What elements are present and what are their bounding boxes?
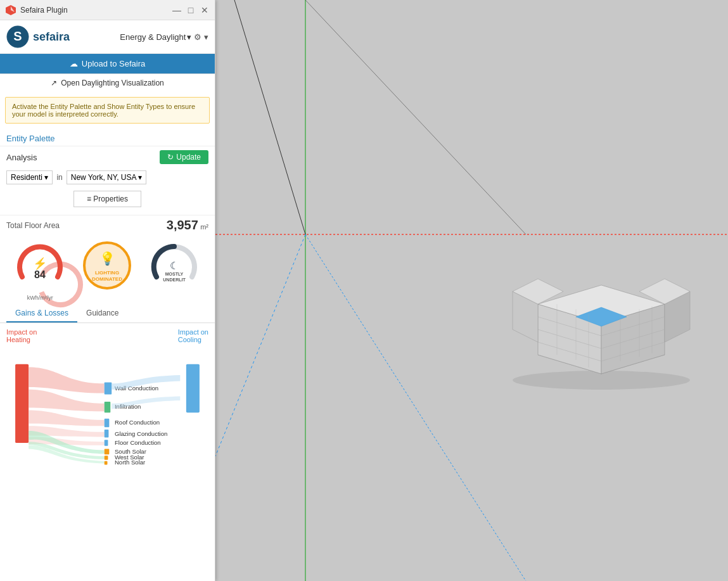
building-3d	[500, 241, 703, 393]
update-button[interactable]: ↻ Update	[160, 150, 208, 164]
gear-icon: ⚙	[194, 32, 201, 42]
analysis-header: Analysis ↻ Update	[6, 150, 208, 164]
sankey-diagram: Wall Conduction Infiltration Roof Conduc…	[6, 346, 208, 485]
header-right: Energy & Daylight ▾ ⚙ ▾	[120, 32, 208, 42]
title-bar-left: Sefaira Plugin	[5, 4, 68, 16]
svg-rect-17	[105, 402, 111, 412]
upload-cloud-icon: ☁	[70, 59, 78, 68]
settings-arrow-icon: ▾	[204, 32, 208, 42]
upload-button[interactable]: ☁ Upload to Sefaira	[0, 54, 215, 73]
floor-area-unit: m²	[200, 223, 208, 231]
daylight-gauge: ☾ MOSTLY UNDERLIT	[148, 239, 201, 293]
energy-gauge-container: ⚡ 84 kWh/m²/yr	[13, 239, 67, 301]
sefaira-logo: S sefaira	[6, 25, 70, 48]
tab-guidance[interactable]: Guidance	[77, 305, 127, 322]
logo-text: sefaira	[33, 30, 70, 44]
mode-arrow-icon: ▾	[187, 32, 191, 42]
svg-line-33	[215, 234, 305, 456]
svg-text:LIGHTING: LIGHTING	[95, 270, 119, 276]
floor-area-value: 3,957	[167, 218, 198, 232]
building-type-value: Residenti	[11, 173, 42, 182]
entity-palette-section: Entity Palette	[0, 129, 215, 146]
settings-button[interactable]: ⚙ ▾	[194, 32, 208, 42]
svg-text:84: 84	[34, 269, 46, 280]
external-link-icon: ↗	[51, 79, 57, 87]
svg-text:UNDERLIT: UNDERLIT	[163, 278, 186, 282]
svg-rect-31	[186, 364, 200, 413]
daylight-button[interactable]: ↗ Open Daylighting Visualization	[0, 73, 215, 92]
location-value: New York, NY, USA	[71, 173, 136, 182]
window-title: Sefaira Plugin	[20, 6, 68, 15]
close-button[interactable]: ✕	[200, 5, 210, 15]
svg-text:DOMINATED: DOMINATED	[92, 276, 122, 282]
impact-row: Impact onHeating Impact onCooling	[6, 328, 208, 343]
tab-gains-losses[interactable]: Gains & Losses	[6, 305, 77, 322]
mode-select-button[interactable]: Energy & Daylight ▾	[120, 32, 191, 42]
floor-area-row: Total Floor Area 3,957 m²	[0, 215, 215, 235]
svg-line-37	[305, 0, 526, 234]
svg-text:Glazing Conduction: Glazing Conduction	[115, 430, 167, 437]
sankey-svg: Wall Conduction Infiltration Roof Conduc…	[6, 346, 208, 485]
svg-text:💡: 💡	[99, 251, 115, 266]
sefaira-title-icon	[5, 4, 16, 16]
svg-line-36	[305, 234, 526, 581]
properties-label: ≡ Properties	[87, 195, 128, 203]
tab-guidance-label: Guidance	[86, 309, 118, 317]
left-panel: Sefaira Plugin — □ ✕ S sefaira Energy & …	[0, 0, 215, 581]
analysis-section: Analysis ↻ Update Residenti ▾ in New Yor…	[0, 146, 215, 215]
gauges-row: ⚡ 84 kWh/m²/yr 💡 LIGHTING DOMINATED	[0, 235, 215, 305]
canvas-area	[215, 0, 728, 581]
refresh-icon: ↻	[167, 153, 174, 162]
upload-label: Upload to Sefaira	[82, 59, 145, 68]
location-select[interactable]: New York, NY, USA ▾	[67, 170, 147, 184]
svg-text:MOSTLY: MOSTLY	[165, 272, 184, 276]
svg-rect-25	[105, 449, 110, 455]
svg-text:North Solar: North Solar	[115, 459, 146, 466]
impact-cooling-label: Impact onCooling	[178, 328, 208, 343]
daylight-gauge-container: ☾ MOSTLY UNDERLIT	[148, 239, 201, 301]
svg-rect-14	[15, 364, 29, 443]
floor-area-label: Total Floor Area	[6, 221, 60, 230]
building-type-select[interactable]: Residenti ▾	[6, 170, 53, 184]
properties-button[interactable]: ≡ Properties	[73, 191, 141, 207]
minimize-button[interactable]: —	[172, 5, 182, 15]
svg-rect-27	[105, 456, 108, 460]
maximize-button[interactable]: □	[186, 5, 196, 15]
location-arrow-icon: ▾	[138, 173, 142, 182]
svg-text:S: S	[13, 29, 22, 43]
title-bar-controls: — □ ✕	[172, 5, 210, 15]
svg-rect-29	[105, 461, 108, 465]
sefaira-logo-icon: S	[6, 25, 29, 48]
warning-text: Activate the Entity Palette and Show Ent…	[12, 103, 195, 118]
mode-label: Energy & Daylight	[120, 32, 186, 42]
svg-text:☾: ☾	[170, 260, 179, 271]
floor-area-display: 3,957 m²	[167, 218, 208, 233]
building-type-arrow-icon: ▾	[44, 173, 48, 182]
svg-rect-23	[105, 440, 108, 446]
svg-rect-21	[105, 430, 109, 437]
svg-rect-19	[105, 419, 110, 427]
daylight-label: Open Daylighting Visualization	[61, 79, 164, 87]
tabs-row: Gains & Losses Guidance	[0, 305, 215, 323]
tab-gains-losses-label: Gains & Losses	[15, 309, 68, 317]
update-label: Update	[176, 153, 201, 162]
svg-text:Roof Conduction: Roof Conduction	[115, 419, 160, 426]
building-type-row: Residenti ▾ in New York, NY, USA ▾	[6, 168, 208, 187]
svg-rect-15	[105, 382, 112, 394]
gains-losses-content: Impact onHeating Impact onCooling	[0, 323, 215, 581]
plugin-header: S sefaira Energy & Daylight ▾ ⚙ ▾	[0, 20, 215, 54]
svg-text:⚡: ⚡	[33, 257, 48, 271]
title-bar: Sefaira Plugin — □ ✕	[0, 0, 215, 20]
warning-box: Activate the Entity Palette and Show Ent…	[5, 97, 210, 124]
energy-gauge: ⚡ 84	[13, 239, 67, 293]
impact-heating-label: Impact onHeating	[6, 328, 37, 343]
lighting-gauge-container: 💡 LIGHTING DOMINATED	[80, 239, 134, 301]
entity-palette-link[interactable]: Entity Palette	[6, 134, 55, 143]
analysis-label: Analysis	[6, 153, 37, 162]
properties-row: ≡ Properties	[6, 191, 208, 207]
lighting-gauge: 💡 LIGHTING DOMINATED	[80, 239, 134, 293]
in-text: in	[56, 173, 62, 182]
energy-gauge-label: kWh/m²/yr	[27, 295, 53, 301]
svg-line-35	[234, 0, 305, 234]
svg-text:Floor Conduction: Floor Conduction	[115, 439, 161, 446]
